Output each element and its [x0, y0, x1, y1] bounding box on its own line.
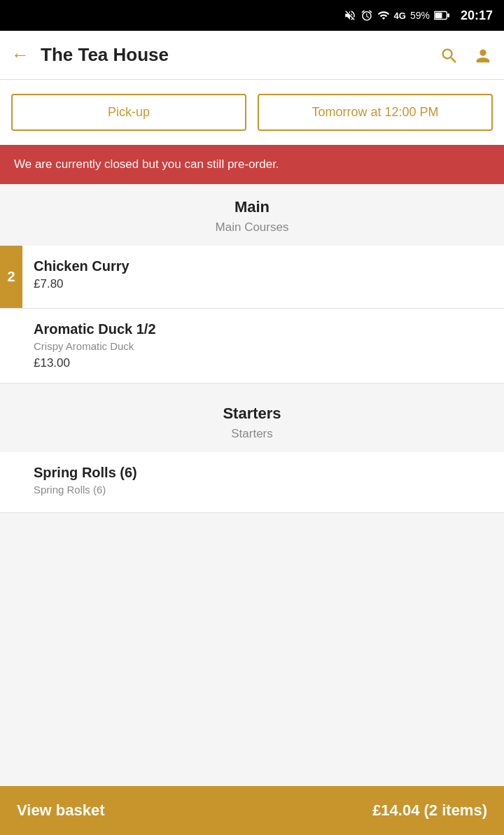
item-name: Spring Rolls (6) [34, 465, 493, 481]
item-price: £13.00 [34, 356, 493, 370]
svg-rect-1 [435, 13, 442, 18]
main-section-subtitle: Main Courses [11, 220, 493, 241]
item-description: Crispy Aromatic Duck [34, 340, 493, 352]
starters-menu-items: Spring Rolls (6) Spring Rolls (6) [0, 452, 504, 513]
starters-section: Starters Starters Spring Rolls (6) Sprin… [0, 391, 504, 513]
list-item[interactable]: Spring Rolls (6) Spring Rolls (6) [0, 452, 504, 513]
item-content: Chicken Curry £7.80 [22, 246, 504, 308]
item-name: Aromatic Duck 1/2 [34, 321, 493, 337]
header-icons [440, 44, 493, 66]
profile-icon[interactable] [473, 44, 493, 66]
main-menu-items: 2 Chicken Curry £7.80 Aromatic Duck 1/2 … [0, 246, 504, 384]
time-button[interactable]: Tomorrow at 12:00 PM [258, 94, 493, 131]
basket-total: £14.04 (2 items) [372, 801, 487, 820]
page-title: The Tea House [41, 44, 440, 66]
item-description: Spring Rolls (6) [34, 484, 493, 496]
order-options: Pick-up Tomorrow at 12:00 PM [0, 80, 504, 145]
basket-bar[interactable]: View basket £14.04 (2 items) [0, 786, 504, 835]
pickup-button[interactable]: Pick-up [11, 94, 246, 131]
starters-section-subtitle: Starters [11, 427, 493, 448]
item-content: Aromatic Duck 1/2 Crispy Aromatic Duck £… [0, 309, 504, 383]
back-button[interactable]: ← [11, 44, 29, 66]
svg-rect-2 [447, 13, 449, 17]
closed-banner-text: We are currently closed but you can stil… [14, 157, 279, 171]
item-content: Spring Rolls (6) Spring Rolls (6) [0, 452, 504, 512]
status-bar: 4G 59% 20:17 [0, 0, 504, 31]
closed-banner: We are currently closed but you can stil… [0, 145, 504, 184]
main-section-header: Main Main Courses [0, 184, 504, 246]
mute-icon [344, 9, 356, 22]
battery-percent: 59% [410, 10, 430, 21]
search-icon[interactable] [440, 44, 459, 66]
starters-section-title: Starters [11, 405, 493, 423]
battery-icon [434, 10, 449, 20]
starters-section-header: Starters Starters [0, 391, 504, 452]
wifi-icon [377, 9, 390, 22]
basket-label: View basket [17, 801, 105, 820]
app-header: ← The Tea House [0, 31, 504, 80]
list-item[interactable]: Aromatic Duck 1/2 Crispy Aromatic Duck £… [0, 309, 504, 384]
alarm-icon [360, 9, 373, 22]
item-quantity-badge: 2 [0, 246, 22, 308]
main-section-title: Main [11, 198, 493, 216]
status-icons: 4G 59% [344, 9, 449, 22]
signal-text: 4G [394, 10, 406, 21]
item-price: £7.80 [34, 277, 493, 291]
item-name: Chicken Curry [34, 258, 493, 274]
list-item[interactable]: 2 Chicken Curry £7.80 [0, 246, 504, 309]
status-time: 20:17 [461, 8, 493, 23]
